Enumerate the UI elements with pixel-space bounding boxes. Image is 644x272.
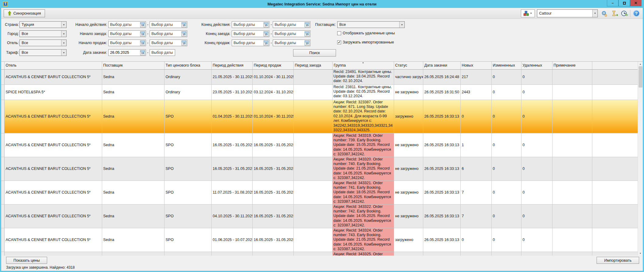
client-area: Синхронизация ▼ Cattour ▼ ⚙ ⚙	[1, 8, 643, 271]
arrow-refresh-icon: ↻	[625, 13, 628, 17]
row-header	[1, 252, 4, 256]
scroll-up-icon[interactable]: ▲	[639, 62, 642, 66]
column-header-group[interactable]: ▲Группа	[332, 62, 394, 69]
checkin-start-from-datepicker[interactable]: Выбор даты 15	[108, 30, 146, 37]
range-dash: -	[271, 22, 272, 27]
table-row[interactable]: ACANTHUS & CENNET BARUT COLLECTION 5* Se…	[1, 204, 638, 228]
cell-supplier: Sedna	[102, 69, 164, 84]
action-end-from-datepicker[interactable]: Выбор даты 15	[232, 21, 269, 28]
scroll-down-icon[interactable]: ▼	[639, 251, 642, 256]
column-header-price-block-type[interactable]: Тип ценового блока	[164, 62, 211, 69]
search-button[interactable]: Поиск	[293, 49, 336, 57]
tariff-combobox[interactable]: Все ▼	[19, 49, 67, 56]
close-button[interactable]: ✕	[630, 0, 642, 6]
table-row[interactable]: ACANTHUS & CENNET BARUT COLLECTION 5* Se…	[1, 181, 638, 204]
cell-supplier: Sedna	[102, 157, 164, 181]
column-header-loaded-at[interactable]: Дата закачки	[423, 62, 460, 69]
sales-start-to-datepicker[interactable]: Выбор даты 15	[150, 40, 187, 46]
minimize-button[interactable]: –	[607, 0, 618, 6]
modules-split-button[interactable]: ▼	[521, 9, 535, 17]
cell-hotel: ACANTHUS & CENNET BARUT COLLECTION 5*	[4, 228, 102, 252]
city-label: Город:	[2, 32, 19, 36]
download-date-from-datepicker[interactable]: 26.05.2025 15	[108, 49, 146, 56]
sales-start-from-datepicker[interactable]: Выбор даты 15	[108, 40, 146, 46]
column-header-period-sales[interactable]: Период продаж	[252, 62, 293, 69]
supplier-value: Все	[338, 22, 399, 28]
cell-period-sales: 16.05.2025 - 31.05.2025	[252, 157, 293, 181]
calendar-icon: 15	[264, 22, 268, 27]
table-row[interactable]: ACANTHUS & CENNET BARUT COLLECTION 5* Se…	[1, 69, 638, 84]
column-header-hotel[interactable]: Отель	[4, 62, 102, 69]
country-combobox[interactable]: Турция ▼	[19, 21, 67, 28]
table-row-selected[interactable]: ACANTHUS & CENNET BARUT COLLECTION 5* Se…	[1, 100, 638, 133]
vertical-scrollbar[interactable]: ▲ ▼	[638, 62, 643, 256]
show-deleted-label: Отображать удаленные цены	[343, 31, 395, 35]
column-header-changed[interactable]: Измененных	[491, 62, 521, 69]
row-header	[1, 84, 4, 100]
column-header-deleted[interactable]: Удаленных	[521, 62, 552, 69]
cell-period-sales: 01.10.2024 - 30.11.2025	[252, 69, 293, 84]
checkbox-unchecked	[337, 31, 341, 35]
cell-deleted: 0	[521, 157, 552, 181]
city-combobox[interactable]: Все ▼	[19, 30, 67, 37]
table-row[interactable]: ACANTHUS & CENNET BARUT COLLECTION 5* Se…	[1, 133, 638, 157]
help-button[interactable]: ?	[632, 9, 640, 17]
cell-deleted: 0	[521, 133, 552, 157]
range-dash: -	[271, 41, 272, 45]
cell-period-checkin	[293, 84, 332, 100]
action-end-to-datepicker[interactable]: Выбор даты 15	[273, 21, 310, 28]
column-header-filler	[592, 62, 638, 69]
column-header-period-action[interactable]: Период действия	[211, 62, 252, 69]
cell-filler	[592, 252, 638, 256]
sync-button[interactable]: Синхронизация	[4, 9, 45, 17]
cell-deleted: 0	[521, 252, 552, 256]
cell-loaded-at: 26.05.2025 16:33:13	[423, 157, 460, 181]
toolbar: Синхронизация ▼ Cattour ▼ ⚙ ⚙	[1, 8, 643, 19]
table-row[interactable]: ACANTHUS & CENNET BARUT COLLECTION 5* Se…	[1, 228, 638, 252]
import-button[interactable]: Импортировать	[597, 257, 639, 264]
load-imported-checkbox[interactable]: ✓ Загружать импортированные	[337, 40, 394, 44]
sales-end-from-datepicker[interactable]: Выбор даты 15	[232, 40, 269, 46]
checkin-end-to-datepicker[interactable]: Выбор даты 15	[273, 30, 310, 37]
history-button[interactable]: ↻	[620, 9, 628, 17]
table-row[interactable]: SPICE HOTEL&SPA 5* Sedna Ordinary 23.05.…	[1, 84, 638, 100]
cell-period-sales: 16.05.2025 - 31.05.2025	[252, 204, 293, 228]
sales-end-to-datepicker[interactable]: Выбор даты 15	[273, 40, 310, 46]
column-header-supplier[interactable]: Поставщик	[102, 62, 164, 69]
hotel-value: Все	[20, 40, 61, 46]
hotel-label: Отель:	[2, 41, 19, 45]
row-header	[1, 133, 4, 157]
table-row[interactable]: ACANTHUS & CENNET BARUT COLLECTION 5* Se…	[1, 157, 638, 181]
cell-group: Акции: RecId: 343320. Order number: 740.…	[332, 157, 394, 181]
column-header-note[interactable]: Примечание	[552, 62, 592, 69]
download-date-to-datepicker[interactable]: Выбор даты	[150, 49, 175, 56]
action-start-from-datepicker[interactable]: Выбор даты 15	[108, 21, 146, 28]
pending-tasks-button[interactable]: ➜	[610, 9, 618, 17]
maximize-button[interactable]	[618, 0, 630, 6]
settings-button[interactable]: ⚙ ⚙	[600, 9, 608, 17]
table-row[interactable]: ACANTHUS & CENNET BARUT COLLECTION 5* Se…	[1, 252, 638, 256]
supplier-combobox[interactable]: Все ▼	[337, 21, 405, 28]
toolbar-separator	[630, 10, 630, 17]
column-header-new[interactable]: Новых	[460, 62, 491, 69]
vertical-scrollbar-thumb[interactable]	[639, 66, 642, 88]
checkin-start-to-datepicker[interactable]: Выбор даты 15	[150, 30, 187, 37]
column-header-status[interactable]: Статус	[394, 62, 423, 69]
cell-period-sales: 01.10.2024 - 30.11.2025	[252, 100, 293, 133]
hotel-combobox[interactable]: Все ▼	[19, 40, 67, 46]
operator-combobox[interactable]: Cattour ▼	[537, 9, 598, 17]
action-start-to-datepicker[interactable]: Выбор даты 15	[150, 21, 187, 28]
range-dash: -	[147, 22, 148, 27]
calendar-icon: 15	[140, 50, 145, 55]
cell-deleted: 0	[521, 84, 552, 100]
calendar-icon: 15	[264, 31, 268, 36]
cell-hotel: ACANTHUS & CENNET BARUT COLLECTION 5*	[4, 157, 102, 181]
checkin-end-from-datepicker[interactable]: Выбор даты 15	[232, 30, 269, 37]
column-header-period-checkin[interactable]: Период заезда	[293, 62, 332, 69]
cell-price-block-type: SPO	[164, 204, 211, 228]
cell-loaded-at: 26.05.2025 16:33:13	[423, 133, 460, 157]
cell-period-action: 01.09.2025 - 03.10.2025	[211, 252, 252, 256]
cell-filler	[592, 84, 638, 100]
show-prices-button[interactable]: Показать цены	[6, 257, 47, 264]
show-deleted-checkbox[interactable]: Отображать удаленные цены	[337, 31, 395, 35]
